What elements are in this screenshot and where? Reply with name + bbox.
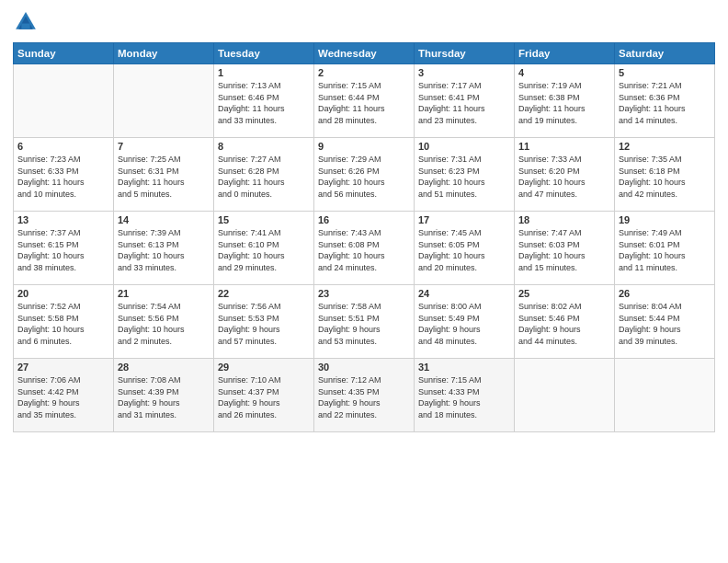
day-cell-2-6: 19Sunrise: 7:49 AM Sunset: 6:01 PM Dayli…	[615, 212, 715, 285]
day-cell-0-4: 3Sunrise: 7:17 AM Sunset: 6:41 PM Daylig…	[415, 64, 515, 138]
day-number-1-1: 7	[118, 141, 210, 152]
day-cell-3-0: 20Sunrise: 7:52 AM Sunset: 5:58 PM Dayli…	[14, 285, 114, 359]
header-tuesday: Tuesday	[214, 43, 314, 64]
day-info-1-0: Sunrise: 7:23 AM Sunset: 6:33 PM Dayligh…	[17, 154, 109, 200]
day-cell-2-3: 16Sunrise: 7:43 AM Sunset: 6:08 PM Dayli…	[314, 212, 415, 285]
day-cell-3-6: 26Sunrise: 8:04 AM Sunset: 5:44 PM Dayli…	[615, 285, 715, 359]
day-info-2-0: Sunrise: 7:37 AM Sunset: 6:15 PM Dayligh…	[17, 227, 109, 273]
page-header	[13, 9, 715, 35]
header-sunday: Sunday	[14, 43, 114, 64]
header-saturday: Saturday	[615, 43, 715, 64]
day-number-4-3: 30	[318, 362, 410, 373]
day-number-2-2: 15	[218, 214, 310, 225]
day-info-1-6: Sunrise: 7:35 AM Sunset: 6:18 PM Dayligh…	[619, 154, 711, 200]
day-cell-0-1	[114, 64, 214, 138]
day-number-1-5: 11	[518, 141, 610, 152]
day-info-4-4: Sunrise: 7:15 AM Sunset: 4:33 PM Dayligh…	[418, 374, 510, 420]
week-row-1: 6Sunrise: 7:23 AM Sunset: 6:33 PM Daylig…	[14, 138, 715, 212]
day-number-4-0: 27	[17, 362, 109, 373]
day-info-4-0: Sunrise: 7:06 AM Sunset: 4:42 PM Dayligh…	[17, 374, 109, 420]
day-number-1-0: 6	[17, 141, 109, 152]
day-info-2-3: Sunrise: 7:43 AM Sunset: 6:08 PM Dayligh…	[318, 227, 410, 273]
day-cell-2-4: 17Sunrise: 7:45 AM Sunset: 6:05 PM Dayli…	[415, 212, 515, 285]
day-cell-1-1: 7Sunrise: 7:25 AM Sunset: 6:31 PM Daylig…	[114, 138, 214, 212]
logo	[13, 9, 42, 35]
day-number-3-2: 22	[218, 288, 310, 299]
logo-icon	[13, 9, 39, 35]
day-number-3-5: 25	[518, 288, 610, 299]
calendar-header-row: Sunday Monday Tuesday Wednesday Thursday…	[14, 43, 715, 64]
day-number-4-4: 31	[418, 362, 510, 373]
day-info-2-4: Sunrise: 7:45 AM Sunset: 6:05 PM Dayligh…	[418, 227, 510, 273]
day-cell-4-2: 29Sunrise: 7:10 AM Sunset: 4:37 PM Dayli…	[214, 359, 314, 432]
day-cell-0-0	[14, 64, 114, 138]
day-info-4-3: Sunrise: 7:12 AM Sunset: 4:35 PM Dayligh…	[318, 374, 410, 420]
day-info-1-4: Sunrise: 7:31 AM Sunset: 6:23 PM Dayligh…	[418, 154, 510, 200]
day-cell-3-4: 24Sunrise: 8:00 AM Sunset: 5:49 PM Dayli…	[415, 285, 515, 359]
day-number-3-4: 24	[418, 288, 510, 299]
day-cell-4-5	[515, 359, 615, 432]
day-number-4-2: 29	[218, 362, 310, 373]
day-number-1-4: 10	[418, 141, 510, 152]
day-info-1-2: Sunrise: 7:27 AM Sunset: 6:28 PM Dayligh…	[218, 154, 310, 200]
day-info-3-5: Sunrise: 8:02 AM Sunset: 5:46 PM Dayligh…	[518, 301, 610, 347]
day-info-1-5: Sunrise: 7:33 AM Sunset: 6:20 PM Dayligh…	[518, 154, 610, 200]
day-info-0-5: Sunrise: 7:19 AM Sunset: 6:38 PM Dayligh…	[518, 80, 610, 126]
day-cell-3-5: 25Sunrise: 8:02 AM Sunset: 5:46 PM Dayli…	[515, 285, 615, 359]
day-cell-1-3: 9Sunrise: 7:29 AM Sunset: 6:26 PM Daylig…	[314, 138, 415, 212]
day-cell-4-0: 27Sunrise: 7:06 AM Sunset: 4:42 PM Dayli…	[14, 359, 114, 432]
day-info-3-2: Sunrise: 7:56 AM Sunset: 5:53 PM Dayligh…	[218, 301, 310, 347]
header-monday: Monday	[114, 43, 214, 64]
week-row-3: 20Sunrise: 7:52 AM Sunset: 5:58 PM Dayli…	[14, 285, 715, 359]
week-row-0: 1Sunrise: 7:13 AM Sunset: 6:46 PM Daylig…	[14, 64, 715, 138]
header-friday: Friday	[515, 43, 615, 64]
day-number-2-1: 14	[118, 214, 210, 225]
day-cell-4-6	[615, 359, 715, 432]
day-number-3-1: 21	[118, 288, 210, 299]
day-cell-0-3: 2Sunrise: 7:15 AM Sunset: 6:44 PM Daylig…	[314, 64, 415, 138]
day-info-4-2: Sunrise: 7:10 AM Sunset: 4:37 PM Dayligh…	[218, 374, 310, 420]
day-number-2-3: 16	[318, 214, 410, 225]
day-info-2-5: Sunrise: 7:47 AM Sunset: 6:03 PM Dayligh…	[518, 227, 610, 273]
day-info-3-0: Sunrise: 7:52 AM Sunset: 5:58 PM Dayligh…	[17, 301, 109, 347]
calendar-table: Sunday Monday Tuesday Wednesday Thursday…	[13, 42, 715, 432]
day-cell-3-3: 23Sunrise: 7:58 AM Sunset: 5:51 PM Dayli…	[314, 285, 415, 359]
day-cell-4-1: 28Sunrise: 7:08 AM Sunset: 4:39 PM Dayli…	[114, 359, 214, 432]
day-cell-4-3: 30Sunrise: 7:12 AM Sunset: 4:35 PM Dayli…	[314, 359, 415, 432]
day-info-2-2: Sunrise: 7:41 AM Sunset: 6:10 PM Dayligh…	[218, 227, 310, 273]
week-row-4: 27Sunrise: 7:06 AM Sunset: 4:42 PM Dayli…	[14, 359, 715, 432]
week-row-2: 13Sunrise: 7:37 AM Sunset: 6:15 PM Dayli…	[14, 212, 715, 285]
day-number-0-5: 4	[518, 67, 610, 78]
header-thursday: Thursday	[415, 43, 515, 64]
day-cell-3-1: 21Sunrise: 7:54 AM Sunset: 5:56 PM Dayli…	[114, 285, 214, 359]
day-info-1-1: Sunrise: 7:25 AM Sunset: 6:31 PM Dayligh…	[118, 154, 210, 200]
svg-rect-2	[21, 24, 29, 29]
day-cell-0-5: 4Sunrise: 7:19 AM Sunset: 6:38 PM Daylig…	[515, 64, 615, 138]
day-number-1-6: 12	[619, 141, 711, 152]
day-number-3-3: 23	[318, 288, 410, 299]
day-cell-3-2: 22Sunrise: 7:56 AM Sunset: 5:53 PM Dayli…	[214, 285, 314, 359]
day-cell-0-6: 5Sunrise: 7:21 AM Sunset: 6:36 PM Daylig…	[615, 64, 715, 138]
day-number-2-0: 13	[17, 214, 109, 225]
header-wednesday: Wednesday	[314, 43, 415, 64]
day-info-2-6: Sunrise: 7:49 AM Sunset: 6:01 PM Dayligh…	[619, 227, 711, 273]
day-number-0-3: 2	[318, 67, 410, 78]
day-info-0-6: Sunrise: 7:21 AM Sunset: 6:36 PM Dayligh…	[619, 80, 711, 126]
day-number-2-4: 17	[418, 214, 510, 225]
day-number-2-6: 19	[619, 214, 711, 225]
day-cell-2-5: 18Sunrise: 7:47 AM Sunset: 6:03 PM Dayli…	[515, 212, 615, 285]
day-cell-1-6: 12Sunrise: 7:35 AM Sunset: 6:18 PM Dayli…	[615, 138, 715, 212]
day-info-1-3: Sunrise: 7:29 AM Sunset: 6:26 PM Dayligh…	[318, 154, 410, 200]
day-info-4-1: Sunrise: 7:08 AM Sunset: 4:39 PM Dayligh…	[118, 374, 210, 420]
day-cell-1-5: 11Sunrise: 7:33 AM Sunset: 6:20 PM Dayli…	[515, 138, 615, 212]
day-number-1-3: 9	[318, 141, 410, 152]
day-cell-4-4: 31Sunrise: 7:15 AM Sunset: 4:33 PM Dayli…	[415, 359, 515, 432]
day-number-1-2: 8	[218, 141, 310, 152]
day-number-3-6: 26	[619, 288, 711, 299]
day-info-3-4: Sunrise: 8:00 AM Sunset: 5:49 PM Dayligh…	[418, 301, 510, 347]
day-cell-0-2: 1Sunrise: 7:13 AM Sunset: 6:46 PM Daylig…	[214, 64, 314, 138]
day-cell-1-0: 6Sunrise: 7:23 AM Sunset: 6:33 PM Daylig…	[14, 138, 114, 212]
day-cell-1-2: 8Sunrise: 7:27 AM Sunset: 6:28 PM Daylig…	[214, 138, 314, 212]
day-number-0-4: 3	[418, 67, 510, 78]
day-cell-2-0: 13Sunrise: 7:37 AM Sunset: 6:15 PM Dayli…	[14, 212, 114, 285]
